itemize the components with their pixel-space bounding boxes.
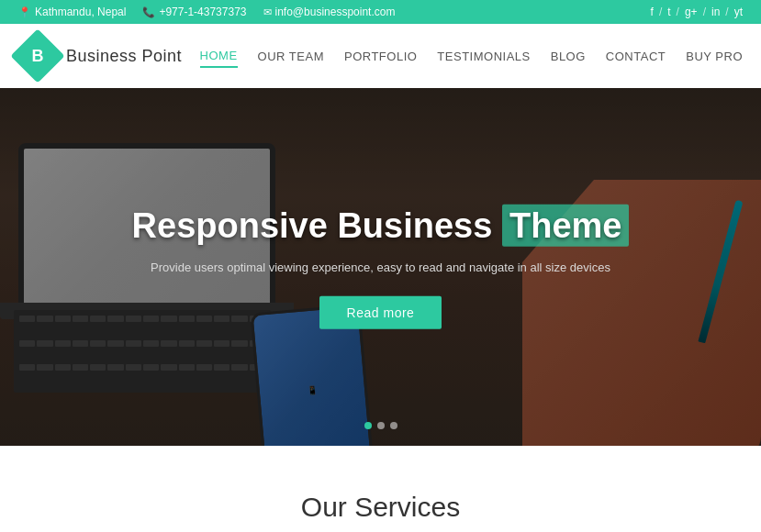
nav-home[interactable]: HOME: [200, 45, 238, 68]
phone-text: +977-1-43737373: [159, 6, 246, 18]
hero-subtitle: Provide users optimal viewing experience…: [106, 260, 656, 273]
email-item[interactable]: ✉ info@businesspoint.com: [263, 6, 396, 18]
header: B Business Point HOME OUR TEAM PORTFOLIO…: [0, 24, 761, 88]
logo[interactable]: B Business Point: [18, 37, 182, 75]
sep4: /: [725, 6, 728, 18]
location-text: Kathmandu, Nepal: [35, 6, 126, 18]
logo-diamond: B: [10, 28, 64, 83]
email-icon: ✉: [263, 6, 272, 18]
phone-item[interactable]: 📞 +977-1-43737373: [142, 6, 246, 18]
email-text: info@businesspoint.com: [275, 6, 396, 18]
nav-blog[interactable]: BLOG: [551, 46, 586, 67]
hero-title: Responsive Business Theme: [106, 205, 656, 248]
sep2: /: [677, 6, 679, 18]
logo-letter: B: [32, 47, 44, 66]
location-item: 📍 Kathmandu, Nepal: [18, 6, 126, 18]
hero-section: 📱 Responsive Business Theme Provide user…: [0, 88, 761, 446]
sep1: /: [659, 6, 662, 18]
hero-cta-button[interactable]: Read more: [319, 295, 442, 328]
hero-dot-2[interactable]: [377, 422, 385, 429]
main-nav: HOME OUR TEAM PORTFOLIO TESTIMONIALS BLO…: [200, 45, 743, 68]
services-title: Our Services: [18, 492, 743, 523]
social-instagram[interactable]: yt: [734, 6, 743, 18]
social-linkedin[interactable]: in: [711, 6, 720, 18]
phone-icon: 📞: [142, 6, 155, 18]
location-icon: 📍: [18, 6, 31, 18]
hero-dot-3[interactable]: [390, 422, 397, 429]
social-twitter[interactable]: t: [667, 6, 670, 18]
top-bar: 📍 Kathmandu, Nepal 📞 +977-1-43737373 ✉ i…: [0, 0, 761, 24]
top-bar-left: 📍 Kathmandu, Nepal 📞 +977-1-43737373 ✉ i…: [18, 6, 395, 18]
nav-buy-pro[interactable]: BUY PRO: [686, 46, 743, 67]
social-gplus[interactable]: g+: [685, 6, 698, 18]
sep3: /: [703, 6, 706, 18]
social-links: f / t / g+ / in / yt: [651, 6, 743, 18]
hero-dot-1[interactable]: [364, 422, 372, 429]
nav-contact[interactable]: CONTACT: [606, 46, 666, 67]
hero-content: Responsive Business Theme Provide users …: [106, 205, 656, 329]
social-facebook[interactable]: f: [651, 6, 654, 18]
hero-dots: [364, 422, 397, 429]
nav-testimonials[interactable]: TESTIMONIALS: [437, 46, 530, 67]
services-section: Our Services We are creative design agen…: [0, 446, 761, 532]
logo-text: Business Point: [66, 47, 182, 66]
hero-title-highlight: Theme: [502, 205, 629, 247]
nav-our-team[interactable]: OUR TEAM: [258, 46, 324, 67]
nav-portfolio[interactable]: PORTFOLIO: [344, 46, 417, 67]
